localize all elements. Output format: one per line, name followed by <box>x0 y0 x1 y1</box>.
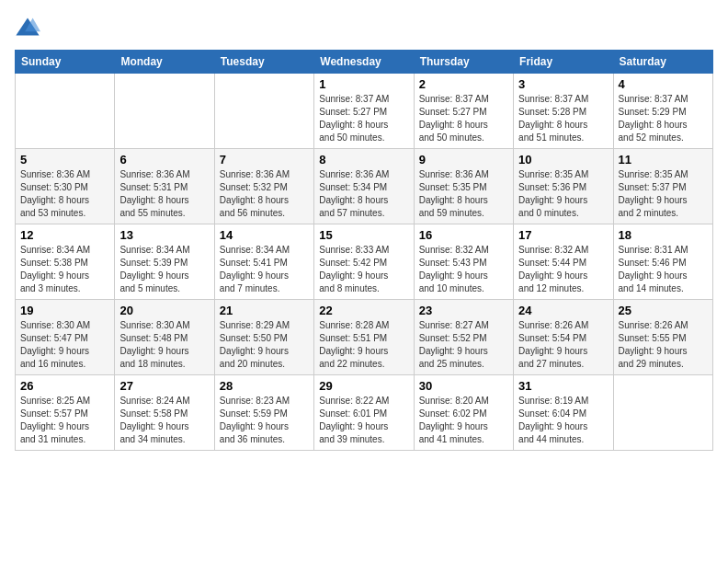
calendar-cell: 4Sunrise: 8:37 AM Sunset: 5:29 PM Daylig… <box>613 74 712 149</box>
day-info: Sunrise: 8:23 AM Sunset: 5:59 PM Dayligh… <box>220 395 309 446</box>
day-info: Sunrise: 8:22 AM Sunset: 6:01 PM Dayligh… <box>319 395 408 446</box>
calendar-cell: 30Sunrise: 8:20 AM Sunset: 6:02 PM Dayli… <box>414 375 513 451</box>
day-number: 19 <box>20 304 109 317</box>
calendar-cell: 1Sunrise: 8:37 AM Sunset: 5:27 PM Daylig… <box>314 74 414 149</box>
day-number: 11 <box>619 153 708 167</box>
day-info: Sunrise: 8:26 AM Sunset: 5:54 PM Dayligh… <box>518 319 608 371</box>
day-number: 15 <box>319 228 408 242</box>
calendar-cell: 9Sunrise: 8:36 AM Sunset: 5:35 PM Daylig… <box>414 149 513 224</box>
calendar-cell: 3Sunrise: 8:37 AM Sunset: 5:28 PM Daylig… <box>514 74 613 149</box>
day-info: Sunrise: 8:34 AM Sunset: 5:39 PM Dayligh… <box>119 244 209 295</box>
header-wednesday: Wednesday <box>314 51 414 74</box>
day-info: Sunrise: 8:30 AM Sunset: 5:48 PM Dayligh… <box>119 319 209 371</box>
calendar-cell: 7Sunrise: 8:36 AM Sunset: 5:32 PM Daylig… <box>214 149 313 224</box>
calendar-week-4: 19Sunrise: 8:30 AM Sunset: 5:47 PM Dayli… <box>16 300 713 375</box>
calendar-cell: 16Sunrise: 8:32 AM Sunset: 5:43 PM Dayli… <box>414 224 513 300</box>
header-saturday: Saturday <box>613 51 712 74</box>
calendar-cell: 6Sunrise: 8:36 AM Sunset: 5:31 PM Daylig… <box>115 149 214 224</box>
calendar-cell: 11Sunrise: 8:35 AM Sunset: 5:37 PM Dayli… <box>613 149 712 224</box>
day-info: Sunrise: 8:33 AM Sunset: 5:42 PM Dayligh… <box>319 244 408 295</box>
calendar-cell: 24Sunrise: 8:26 AM Sunset: 5:54 PM Dayli… <box>514 300 613 375</box>
calendar-header-row: SundayMondayTuesdayWednesdayThursdayFrid… <box>16 51 713 74</box>
calendar-cell: 31Sunrise: 8:19 AM Sunset: 6:04 PM Dayli… <box>514 375 613 451</box>
day-number: 4 <box>619 77 708 91</box>
day-info: Sunrise: 8:37 AM Sunset: 5:29 PM Dayligh… <box>619 93 708 144</box>
calendar-cell: 29Sunrise: 8:22 AM Sunset: 6:01 PM Dayli… <box>314 375 414 451</box>
day-info: Sunrise: 8:26 AM Sunset: 5:55 PM Dayligh… <box>619 319 708 371</box>
day-number: 17 <box>518 228 608 242</box>
calendar-cell: 27Sunrise: 8:24 AM Sunset: 5:58 PM Dayli… <box>115 375 214 451</box>
day-info: Sunrise: 8:25 AM Sunset: 5:57 PM Dayligh… <box>20 395 109 446</box>
calendar-cell: 14Sunrise: 8:34 AM Sunset: 5:41 PM Dayli… <box>214 224 313 300</box>
day-number: 30 <box>419 379 508 393</box>
page-header <box>15 15 713 40</box>
calendar-cell: 21Sunrise: 8:29 AM Sunset: 5:50 PM Dayli… <box>214 300 313 375</box>
day-number: 18 <box>619 228 708 242</box>
day-number: 22 <box>319 304 408 317</box>
day-number: 25 <box>619 304 708 317</box>
day-info: Sunrise: 8:28 AM Sunset: 5:51 PM Dayligh… <box>319 319 408 371</box>
day-number: 24 <box>518 304 608 317</box>
header-monday: Monday <box>115 51 214 74</box>
day-info: Sunrise: 8:35 AM Sunset: 5:36 PM Dayligh… <box>518 168 608 220</box>
day-number: 21 <box>220 304 309 317</box>
calendar-cell: 23Sunrise: 8:27 AM Sunset: 5:52 PM Dayli… <box>414 300 513 375</box>
calendar-cell: 18Sunrise: 8:31 AM Sunset: 5:46 PM Dayli… <box>613 224 712 300</box>
header-friday: Friday <box>514 51 613 74</box>
day-number: 28 <box>220 379 309 393</box>
day-info: Sunrise: 8:37 AM Sunset: 5:28 PM Dayligh… <box>518 93 608 144</box>
day-info: Sunrise: 8:19 AM Sunset: 6:04 PM Dayligh… <box>518 395 608 446</box>
day-info: Sunrise: 8:36 AM Sunset: 5:35 PM Dayligh… <box>419 168 508 220</box>
day-info: Sunrise: 8:34 AM Sunset: 5:41 PM Dayligh… <box>220 244 309 295</box>
day-number: 2 <box>419 77 508 91</box>
day-number: 5 <box>20 153 109 167</box>
day-info: Sunrise: 8:27 AM Sunset: 5:52 PM Dayligh… <box>419 319 508 371</box>
header-tuesday: Tuesday <box>214 51 313 74</box>
day-number: 20 <box>119 304 209 317</box>
day-number: 6 <box>119 153 209 167</box>
calendar-week-1: 1Sunrise: 8:37 AM Sunset: 5:27 PM Daylig… <box>16 74 713 149</box>
day-number: 29 <box>319 379 408 393</box>
day-number: 3 <box>518 77 608 91</box>
day-number: 1 <box>319 77 408 91</box>
calendar-cell: 5Sunrise: 8:36 AM Sunset: 5:30 PM Daylig… <box>16 149 115 224</box>
calendar-cell: 17Sunrise: 8:32 AM Sunset: 5:44 PM Dayli… <box>514 224 613 300</box>
day-info: Sunrise: 8:30 AM Sunset: 5:47 PM Dayligh… <box>20 319 109 371</box>
day-number: 13 <box>119 228 209 242</box>
calendar-cell: 13Sunrise: 8:34 AM Sunset: 5:39 PM Dayli… <box>115 224 214 300</box>
calendar-cell <box>214 74 313 149</box>
day-number: 14 <box>220 228 309 242</box>
calendar-cell <box>613 375 712 451</box>
day-number: 12 <box>20 228 109 242</box>
logo <box>15 15 44 40</box>
calendar-cell: 2Sunrise: 8:37 AM Sunset: 5:27 PM Daylig… <box>414 74 513 149</box>
header-sunday: Sunday <box>16 51 115 74</box>
day-number: 31 <box>518 379 608 393</box>
day-info: Sunrise: 8:37 AM Sunset: 5:27 PM Dayligh… <box>419 93 508 144</box>
day-info: Sunrise: 8:29 AM Sunset: 5:50 PM Dayligh… <box>220 319 309 371</box>
calendar-cell <box>115 74 214 149</box>
day-info: Sunrise: 8:37 AM Sunset: 5:27 PM Dayligh… <box>319 93 408 144</box>
calendar-cell: 12Sunrise: 8:34 AM Sunset: 5:38 PM Dayli… <box>16 224 115 300</box>
day-number: 10 <box>518 153 608 167</box>
calendar-week-3: 12Sunrise: 8:34 AM Sunset: 5:38 PM Dayli… <box>16 224 713 300</box>
day-info: Sunrise: 8:36 AM Sunset: 5:30 PM Dayligh… <box>20 168 109 220</box>
day-number: 9 <box>419 153 508 167</box>
day-info: Sunrise: 8:35 AM Sunset: 5:37 PM Dayligh… <box>619 168 708 220</box>
day-number: 16 <box>419 228 508 242</box>
day-number: 26 <box>20 379 109 393</box>
calendar-cell <box>16 74 115 149</box>
day-info: Sunrise: 8:20 AM Sunset: 6:02 PM Dayligh… <box>419 395 508 446</box>
day-number: 27 <box>119 379 209 393</box>
calendar-cell: 8Sunrise: 8:36 AM Sunset: 5:34 PM Daylig… <box>314 149 414 224</box>
day-info: Sunrise: 8:36 AM Sunset: 5:32 PM Dayligh… <box>220 168 309 220</box>
calendar: SundayMondayTuesdayWednesdayThursdayFrid… <box>15 50 713 451</box>
day-info: Sunrise: 8:31 AM Sunset: 5:46 PM Dayligh… <box>619 244 708 295</box>
day-number: 23 <box>419 304 508 317</box>
calendar-cell: 28Sunrise: 8:23 AM Sunset: 5:59 PM Dayli… <box>214 375 313 451</box>
day-info: Sunrise: 8:24 AM Sunset: 5:58 PM Dayligh… <box>119 395 209 446</box>
calendar-cell: 19Sunrise: 8:30 AM Sunset: 5:47 PM Dayli… <box>16 300 115 375</box>
day-number: 7 <box>220 153 309 167</box>
calendar-cell: 22Sunrise: 8:28 AM Sunset: 5:51 PM Dayli… <box>314 300 414 375</box>
day-info: Sunrise: 8:32 AM Sunset: 5:44 PM Dayligh… <box>518 244 608 295</box>
